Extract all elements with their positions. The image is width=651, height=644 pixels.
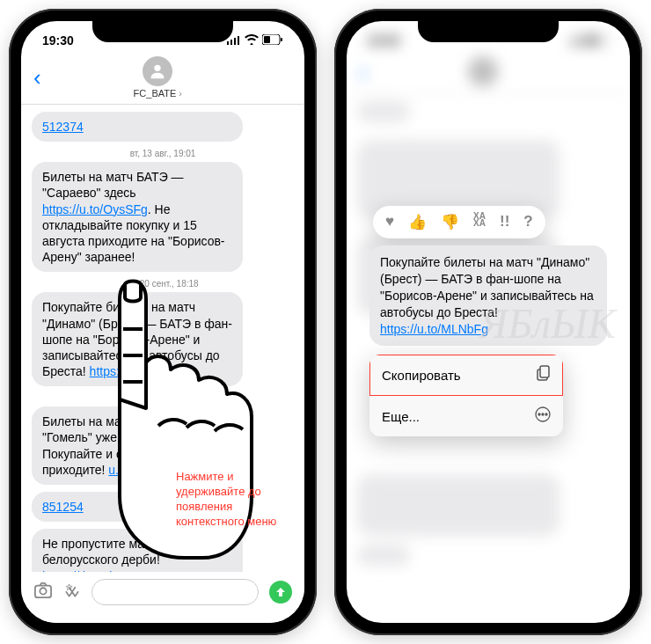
send-button[interactable]: [269, 581, 292, 604]
text-input[interactable]: [91, 579, 259, 605]
message-bubble[interactable]: Билеты на матч БАТЭ — "Сараево" здесь ht…: [32, 162, 243, 272]
reaction-haha-icon[interactable]: XAXA: [473, 213, 486, 231]
message-link[interactable]: https://u.to/OysSFg: [42, 202, 148, 216]
svg-rect-0: [227, 41, 229, 45]
message-link[interactable]: https://u.to/MLNbFg: [380, 322, 488, 336]
battery-icon: [262, 33, 283, 48]
reaction-thumbsup-icon[interactable]: 👍: [408, 213, 427, 231]
notch: [92, 19, 233, 42]
svg-point-7: [155, 65, 161, 71]
appstore-icon[interactable]: [63, 582, 81, 604]
wifi-icon: [245, 33, 259, 48]
message-text: Покупайте билеты на матч "Динамо" (Брест…: [380, 255, 594, 319]
svg-point-9: [40, 588, 46, 594]
message-text: Билеты на матч БАТЭ — "Сараево" здесь: [42, 170, 184, 200]
screen-left: 19:30 ‹: [21, 21, 304, 623]
timestamp: вт, 13 авг., 19:01: [32, 149, 294, 158]
reaction-heart-icon[interactable]: ♥: [385, 213, 394, 231]
message-bubble[interactable]: 512374: [32, 112, 243, 142]
contact-name: FC_BATE: [41, 88, 274, 99]
timestamp: пт, 20 сент., 18:18: [32, 279, 294, 289]
annotation-text: Нажмите и удерживайте до появления конте…: [176, 470, 299, 530]
message-link[interactable]: https://u.to/MLNbFg: [90, 364, 198, 378]
more-icon: [535, 406, 551, 426]
avatar: [143, 56, 172, 86]
svg-rect-19: [540, 366, 549, 377]
messages-header: ‹ FC_BATE: [21, 53, 304, 105]
menu-more[interactable]: Еще...: [369, 396, 563, 436]
timestamp: 10 окт., 18:01: [32, 393, 294, 403]
svg-point-21: [538, 413, 540, 415]
copy-icon: [537, 365, 551, 384]
context-menu: Скопировать Еще...: [369, 355, 563, 436]
context-menu-overlay: ♥ 👍 👎 XAXA !! ? Покупайте билеты на матч…: [347, 21, 630, 623]
svg-rect-3: [238, 36, 239, 45]
menu-copy[interactable]: Скопировать: [369, 355, 563, 396]
message-link[interactable]: u.to/r6d9Fg: [108, 463, 172, 477]
menu-more-label: Еще...: [382, 409, 420, 424]
screen-right: 19:30 ‹ ♥: [347, 21, 630, 623]
back-button[interactable]: ‹: [33, 64, 41, 91]
reaction-thumbsdown-icon[interactable]: 👎: [441, 213, 459, 231]
message-bubble[interactable]: Покупайте билеты на матч "Динамо" (Брест…: [32, 292, 243, 386]
svg-point-23: [545, 413, 547, 415]
camera-icon[interactable]: [33, 582, 53, 604]
svg-rect-1: [230, 40, 232, 45]
message-text-link[interactable]: 851254: [42, 500, 84, 514]
status-icons: [227, 33, 283, 48]
notch: [418, 19, 559, 42]
message-text: Не пропустите матч белорусского дерби!: [42, 537, 160, 567]
input-bar: [21, 572, 304, 623]
svg-rect-5: [264, 36, 270, 43]
phone-left: 19:30 ‹: [9, 9, 317, 635]
reaction-exclaim-icon[interactable]: !!: [500, 213, 509, 231]
status-time: 19:30: [42, 33, 74, 48]
message-text-link[interactable]: 512374: [42, 120, 84, 134]
phone-right: 19:30 ‹ ♥: [334, 9, 642, 635]
svg-point-22: [542, 413, 544, 415]
reactions-bar: ♥ 👍 👎 XAXA !! ?: [373, 206, 545, 238]
menu-copy-label: Скопировать: [382, 368, 461, 383]
contact-header[interactable]: FC_BATE: [41, 56, 274, 99]
phone-pair: 19:30 ‹: [0, 0, 651, 644]
svg-rect-2: [234, 38, 236, 45]
svg-rect-6: [281, 38, 282, 41]
reaction-question-icon[interactable]: ?: [523, 213, 532, 231]
focused-message-bubble[interactable]: Покупайте билеты на матч "Динамо" (Брест…: [369, 245, 607, 346]
